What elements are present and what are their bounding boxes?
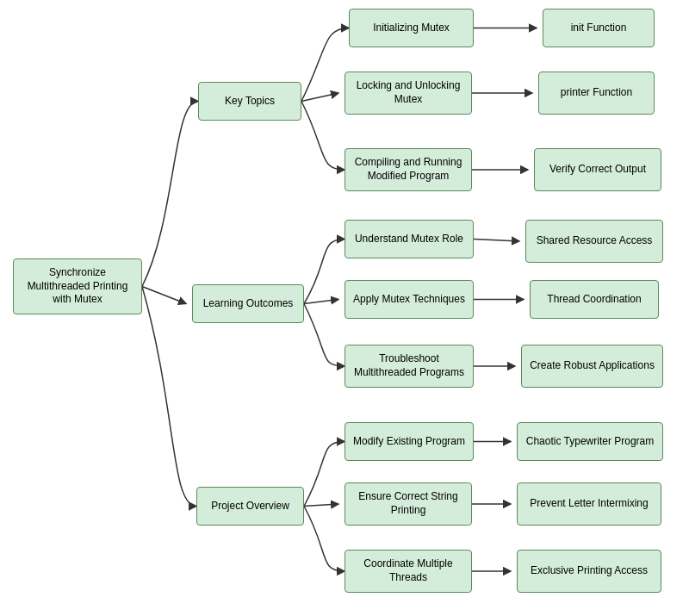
node-root: Synchronize Multithreaded Printing with … [13,258,142,314]
node-learningOutcomes: Learning Outcomes [192,284,304,323]
node-chaoticTypewriter: Chaotic Typewriter Program [517,422,663,461]
node-exclusivePrinting: Exclusive Printing Access [517,550,661,593]
svg-line-0 [142,287,186,304]
node-coordinateThreads: Coordinate Multiple Threads [344,550,472,593]
svg-line-7 [474,240,519,242]
node-ensureCorrect: Ensure Correct String Printing [344,482,472,526]
node-compilingRunning: Compiling and Running Modified Program [344,148,472,191]
node-troubleshoot: Troubleshoot Multithreaded Programs [344,345,474,388]
node-preventLetter: Prevent Letter Intermixing [517,482,661,526]
svg-line-2 [304,300,338,304]
node-applyMutex: Apply Mutex Techniques [344,280,474,319]
node-modifyExisting: Modify Existing Program [344,422,474,461]
node-createRobust: Create Robust Applications [521,345,663,388]
node-initMutex: Initializing Mutex [349,9,474,47]
node-projectOverview: Project Overview [196,487,304,526]
node-keyTopics: Key Topics [198,82,301,121]
node-sharedResource: Shared Resource Access [525,220,663,263]
svg-line-1 [301,93,338,102]
node-initFunction: init Function [543,9,655,47]
node-lockUnlock: Locking and Unlocking Mutex [344,72,472,115]
diagram: Synchronize Multithreaded Printing with … [0,0,689,616]
node-printerFunction: printer Function [538,72,655,115]
node-threadCoord: Thread Coordination [530,280,659,319]
node-understandMutex: Understand Mutex Role [344,220,474,258]
node-verifyOutput: Verify Correct Output [534,148,661,191]
svg-line-3 [304,504,338,507]
